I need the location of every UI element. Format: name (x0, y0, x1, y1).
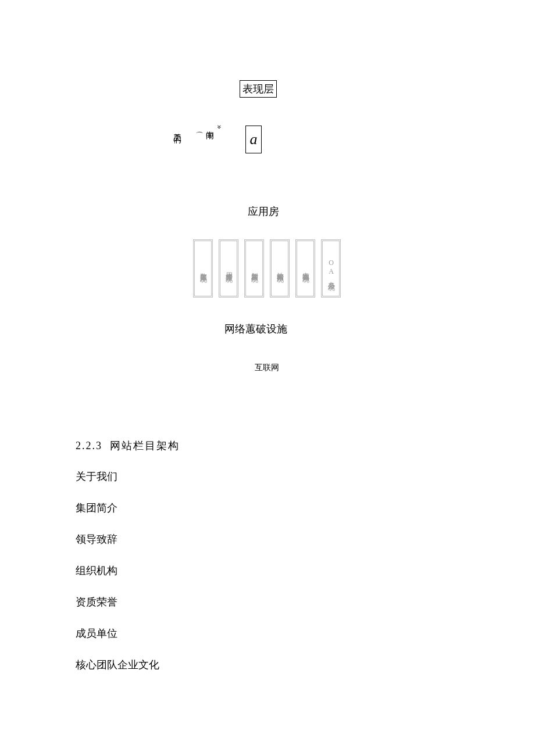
list-item: 集团简介 (76, 501, 117, 515)
presentation-layer-label: 表现层 (240, 80, 277, 98)
list-item: 领导致辞 (76, 532, 117, 546)
app-box-database: 数据库系统 (193, 239, 213, 298)
presentation-box-a: a (245, 126, 262, 153)
app-box-consult: 在线咨询系统 (295, 239, 315, 298)
list-item: 组织机构 (76, 564, 117, 578)
section-title: 网站栏目架构 (110, 440, 180, 452)
network-infra-label: 网络蕙破设施 (224, 322, 287, 336)
app-box-news: 新闻发布系统 (244, 239, 264, 298)
pres-col2-bottom: ⌒ (195, 125, 204, 133)
app-box-oa: OA办公系统 (321, 239, 341, 298)
internet-label: 互联网 (255, 363, 279, 373)
list-item: 关于我们 (76, 470, 117, 483)
section-number: 2.2.3 (76, 440, 102, 452)
pres-col2-top: » (215, 125, 224, 129)
list-item: 核心团队企业文化 (76, 658, 159, 672)
section-heading: 2.2.3 网站栏目架构 (76, 439, 180, 453)
presentation-col-2: » 闻中 ⌒ (194, 125, 224, 157)
app-box-search: 站内检索系统 (270, 239, 290, 298)
application-layer-label: 应用房 (248, 205, 279, 218)
app-box-user-mgmt: 用户管理系统 (219, 239, 238, 298)
application-boxes-container: 数据库系统 用户管理系统 新闻发布系统 站内检索系统 在线咨询系统 OA办公系统 (193, 239, 341, 298)
list-item: 成员单位 (76, 626, 117, 640)
presentation-col-1: 关工们 (172, 127, 182, 156)
list-item: 资质荣誉 (76, 595, 117, 609)
